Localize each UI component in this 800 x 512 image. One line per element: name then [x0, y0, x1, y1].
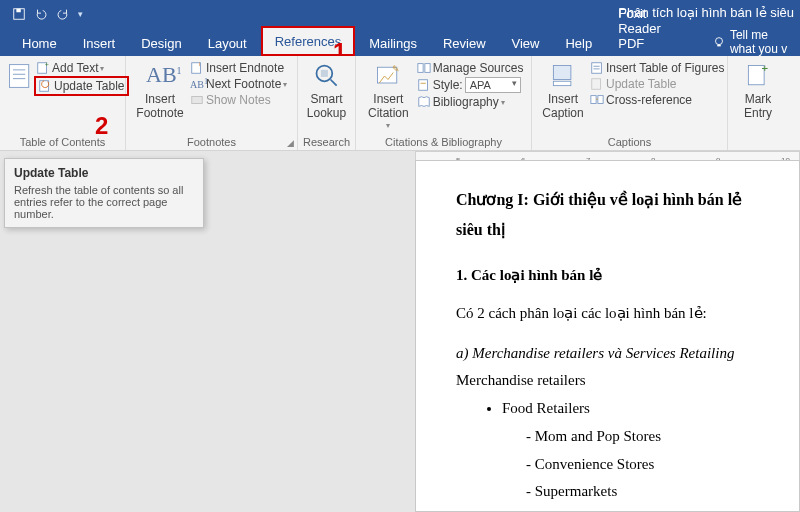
update-tof-icon [590, 77, 604, 91]
insert-tof-label: Insert Table of Figures [606, 61, 725, 75]
tab-design[interactable]: Design [129, 30, 193, 56]
crossref-button[interactable]: Cross-reference [588, 92, 727, 108]
next-footnote-label: Next Footnote [206, 77, 281, 91]
redo-icon[interactable] [56, 7, 70, 21]
show-notes-button: Show Notes [188, 92, 289, 108]
mark-entry-button[interactable]: + Mark Entry [734, 60, 782, 123]
svg-rect-20 [425, 64, 430, 73]
svg-text:+: + [45, 61, 49, 68]
svg-rect-19 [418, 64, 423, 73]
manage-sources-icon [417, 61, 431, 75]
crossref-icon [590, 93, 604, 107]
group-index: + Mark Entry [728, 56, 788, 150]
tab-help[interactable]: Help [553, 30, 604, 56]
tab-review[interactable]: Review [431, 30, 498, 56]
add-text-label: Add Text [52, 61, 98, 75]
tab-view[interactable]: View [500, 30, 552, 56]
update-tof-button: Update Table [588, 76, 727, 92]
tooltip-body: Refresh the table of contents so all ent… [14, 184, 194, 220]
heading-2: 1. Các loại hình bán lẻ [456, 262, 771, 290]
paragraph: Có 2 cách phân loại các loại hình bán lẻ… [456, 300, 771, 328]
toc-icon [6, 62, 34, 90]
list-item: Convenience Stores [526, 451, 771, 479]
style-value[interactable]: APA [465, 77, 521, 93]
tooltip-update-table: Update Table Refresh the table of conten… [4, 158, 204, 228]
paragraph-italic: a) Merchandise retailers và Services Ret… [456, 340, 771, 368]
svg-rect-16 [320, 70, 327, 77]
toc-button[interactable] [6, 60, 34, 96]
document-page[interactable]: Chương I: Giới thiệu về loại hình bán lẻ… [415, 160, 800, 512]
mark-entry-label: Mark Entry [740, 93, 776, 121]
smart-lookup-button[interactable]: Smart Lookup [304, 60, 349, 123]
group-label-captions: Captions [532, 136, 727, 148]
smart-lookup-icon [313, 62, 341, 90]
save-icon[interactable] [12, 7, 26, 21]
dropdown-icon: ▾ [501, 98, 505, 107]
bibliography-button[interactable]: Bibliography ▾ [415, 94, 526, 110]
svg-text:+: + [762, 62, 769, 74]
svg-rect-28 [592, 79, 601, 90]
svg-text:✎: ✎ [393, 64, 401, 74]
next-footnote-icon: AB1 [190, 77, 204, 91]
list-item: Mom and Pop Stores [526, 423, 771, 451]
lightbulb-icon [712, 35, 726, 49]
insert-endnote-label: Insert Endnote [206, 61, 284, 75]
group-label-citations: Citations & Bibliography [356, 136, 531, 148]
smart-lookup-label: Smart Lookup [307, 93, 346, 121]
insert-caption-label: Insert Caption [542, 93, 583, 121]
svg-rect-30 [598, 96, 603, 104]
footnotes-launcher-icon[interactable]: ◢ [287, 138, 294, 148]
group-citations: ✎ Insert Citation ▾ Manage Sources Style… [356, 56, 532, 150]
manage-sources-button[interactable]: Manage Sources [415, 60, 526, 76]
tab-insert[interactable]: Insert [71, 30, 128, 56]
show-notes-label: Show Notes [206, 93, 271, 107]
insert-citation-button[interactable]: ✎ Insert Citation ▾ [362, 60, 415, 132]
insert-tof-button[interactable]: Insert Table of Figures [588, 60, 727, 76]
bibliography-icon [417, 95, 431, 109]
add-text-icon: + [36, 61, 50, 75]
list-item: Supermarkets [526, 478, 771, 506]
style-label: Style: [433, 78, 463, 92]
dropdown-icon: ▾ [283, 80, 287, 89]
document-content: Chương I: Giới thiệu về loại hình bán lẻ… [416, 161, 799, 512]
insert-endnote-button[interactable]: i Insert Endnote [188, 60, 289, 76]
group-label-footnotes: Footnotes [126, 136, 297, 148]
mark-entry-icon: + [744, 62, 772, 90]
crossref-label: Cross-reference [606, 93, 692, 107]
caption-icon [549, 62, 577, 90]
svg-rect-3 [717, 45, 721, 47]
insert-footnote-button[interactable]: AB1 Insert Footnote [132, 60, 188, 123]
list-item: Food Retailers [502, 395, 771, 423]
paragraph: Merchandise retailers [456, 367, 771, 395]
next-footnote-button[interactable]: AB1 Next Footnote ▾ [188, 76, 289, 92]
svg-rect-1 [16, 9, 20, 13]
bibliography-label: Bibliography [433, 95, 499, 109]
tooltip-title: Update Table [14, 166, 194, 180]
tab-layout[interactable]: Layout [196, 30, 259, 56]
svg-rect-23 [553, 66, 571, 80]
undo-icon[interactable] [34, 7, 48, 21]
svg-line-15 [330, 80, 336, 86]
add-text-button[interactable]: + Add Text ▾ [34, 60, 129, 76]
citation-icon: ✎ [374, 62, 402, 90]
insert-caption-button[interactable]: Insert Caption [538, 60, 588, 123]
tab-mailings[interactable]: Mailings [357, 30, 429, 56]
style-selector[interactable]: Style: APA [415, 76, 526, 94]
qat-more-icon[interactable]: ▾ [78, 9, 83, 19]
ribbon: + Add Text ▾ Update Table Table of Conte… [0, 56, 800, 151]
tell-me-label: Tell me what you v [730, 28, 790, 56]
svg-rect-4 [10, 65, 29, 88]
svg-text:i: i [199, 61, 200, 67]
group-label-research: Research [298, 136, 355, 148]
group-research: Smart Lookup Research [298, 56, 356, 150]
endnote-icon: i [190, 61, 204, 75]
callout-2: 2 [95, 112, 108, 140]
tell-me[interactable]: Tell me what you v [712, 28, 790, 56]
heading-1: Chương I: Giới thiệu về loại hình bán lẻ… [456, 185, 771, 244]
update-table-label: Update Table [54, 79, 125, 93]
show-notes-icon [190, 93, 204, 107]
tab-home[interactable]: Home [10, 30, 69, 56]
svg-point-2 [715, 38, 722, 45]
update-table-button[interactable]: Update Table [34, 76, 129, 96]
svg-rect-21 [418, 80, 427, 91]
